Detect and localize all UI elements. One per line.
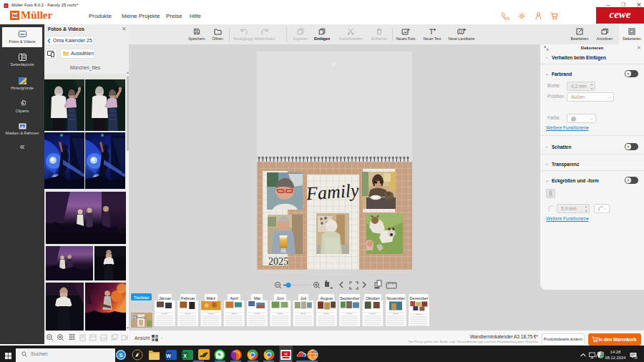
svg-text:3: 3 bbox=[635, 356, 637, 359]
svg-text:März: März bbox=[207, 296, 216, 300]
svg-text:Titelblatt: Titelblatt bbox=[134, 295, 149, 300]
svg-text:Dezember: Dezember bbox=[409, 296, 428, 300]
svg-text:November: November bbox=[386, 296, 405, 300]
svg-text:Januar: Januar bbox=[159, 296, 171, 300]
svg-text:August: August bbox=[321, 296, 333, 300]
svg-text:September: September bbox=[340, 296, 359, 300]
svg-text:Family: Family bbox=[305, 180, 360, 204]
svg-text:2025: 2025 bbox=[268, 256, 288, 267]
svg-text:X: X bbox=[183, 353, 187, 358]
svg-text:Oktober: Oktober bbox=[366, 296, 380, 300]
svg-text:M: M bbox=[12, 13, 16, 18]
svg-text:S: S bbox=[119, 352, 123, 358]
svg-text:Februar: Februar bbox=[181, 296, 195, 300]
svg-text:Juli: Juli bbox=[301, 296, 306, 300]
svg-text:Family: Family bbox=[136, 315, 146, 319]
svg-text:W: W bbox=[166, 353, 171, 358]
svg-text:April: April bbox=[230, 296, 238, 300]
svg-text:M: M bbox=[284, 352, 287, 356]
svg-text:Mai: Mai bbox=[254, 296, 260, 300]
svg-text:Juni: Juni bbox=[277, 296, 284, 300]
